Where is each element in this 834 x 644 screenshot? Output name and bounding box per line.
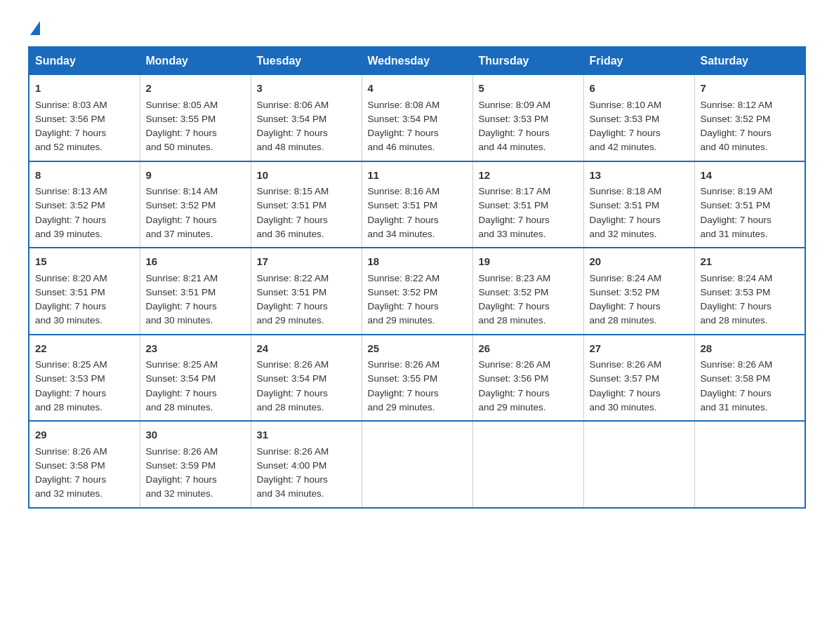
daylight-minutes: and 29 minutes. xyxy=(257,315,324,326)
sunset-label: Sunset: 3:58 PM xyxy=(701,373,771,384)
day-number: 13 xyxy=(590,168,689,184)
calendar-cell: 17Sunrise: 8:22 AMSunset: 3:51 PMDayligh… xyxy=(251,248,362,335)
calendar-cell: 31Sunrise: 8:26 AMSunset: 4:00 PMDayligh… xyxy=(251,421,362,508)
calendar-cell: 28Sunrise: 8:26 AMSunset: 3:58 PMDayligh… xyxy=(694,335,805,422)
daylight-label: Daylight: 7 hours xyxy=(35,474,106,485)
day-number: 3 xyxy=(257,81,356,97)
sunset-label: Sunset: 3:52 PM xyxy=(701,114,771,124)
sunrise-label: Sunrise: 8:12 AM xyxy=(701,100,773,110)
daylight-label: Daylight: 7 hours xyxy=(368,128,439,138)
sunset-label: Sunset: 3:54 PM xyxy=(257,114,327,124)
calendar-cell: 22Sunrise: 8:25 AMSunset: 3:53 PMDayligh… xyxy=(29,335,140,422)
sunset-label: Sunset: 3:56 PM xyxy=(35,114,105,124)
sunrise-label: Sunrise: 8:15 AM xyxy=(257,186,329,196)
calendar-cell xyxy=(362,421,472,508)
sunrise-label: Sunrise: 8:20 AM xyxy=(35,273,107,283)
daylight-label: Daylight: 7 hours xyxy=(257,215,328,225)
calendar-cell: 1Sunrise: 8:03 AMSunset: 3:56 PMDaylight… xyxy=(29,75,140,161)
calendar-body: 1Sunrise: 8:03 AMSunset: 3:56 PMDaylight… xyxy=(29,75,805,508)
day-of-week-header: Thursday xyxy=(472,47,583,75)
sunrise-label: Sunrise: 8:26 AM xyxy=(257,359,329,370)
calendar-table: SundayMondayTuesdayWednesdayThursdayFrid… xyxy=(28,46,806,509)
calendar-week-row: 15Sunrise: 8:20 AMSunset: 3:51 PMDayligh… xyxy=(29,248,805,335)
daylight-label: Daylight: 7 hours xyxy=(257,474,328,485)
calendar-cell: 10Sunrise: 8:15 AMSunset: 3:51 PMDayligh… xyxy=(251,161,362,248)
logo-triangle-icon xyxy=(30,21,40,35)
daylight-label: Daylight: 7 hours xyxy=(590,128,661,138)
calendar-cell: 29Sunrise: 8:26 AMSunset: 3:58 PMDayligh… xyxy=(29,421,140,508)
day-of-week-header: Sunday xyxy=(29,47,140,75)
calendar-cell: 12Sunrise: 8:17 AMSunset: 3:51 PMDayligh… xyxy=(472,161,583,248)
day-number: 19 xyxy=(479,254,578,270)
daylight-minutes: and 29 minutes. xyxy=(368,315,435,326)
calendar-cell: 19Sunrise: 8:23 AMSunset: 3:52 PMDayligh… xyxy=(472,248,583,335)
daylight-minutes: and 30 minutes. xyxy=(35,315,102,326)
sunrise-label: Sunrise: 8:22 AM xyxy=(368,273,440,283)
day-number: 23 xyxy=(146,341,245,357)
sunset-label: Sunset: 3:56 PM xyxy=(479,373,549,384)
daylight-label: Daylight: 7 hours xyxy=(590,388,661,398)
day-number: 28 xyxy=(701,341,800,357)
day-number: 2 xyxy=(146,81,245,97)
daylight-label: Daylight: 7 hours xyxy=(479,301,550,311)
calendar-week-row: 22Sunrise: 8:25 AMSunset: 3:53 PMDayligh… xyxy=(29,335,805,422)
day-number: 11 xyxy=(368,168,467,184)
sunrise-label: Sunrise: 8:24 AM xyxy=(590,273,662,283)
daylight-label: Daylight: 7 hours xyxy=(701,128,772,138)
sunrise-label: Sunrise: 8:08 AM xyxy=(368,100,440,110)
day-number: 1 xyxy=(35,81,134,97)
calendar-cell: 4Sunrise: 8:08 AMSunset: 3:54 PMDaylight… xyxy=(362,75,472,161)
day-number: 27 xyxy=(590,341,689,357)
daylight-label: Daylight: 7 hours xyxy=(479,215,550,225)
daylight-minutes: and 29 minutes. xyxy=(368,402,435,412)
sunrise-label: Sunrise: 8:13 AM xyxy=(35,186,107,196)
sunrise-label: Sunrise: 8:18 AM xyxy=(590,186,662,196)
sunset-label: Sunset: 3:57 PM xyxy=(590,373,660,384)
daylight-label: Daylight: 7 hours xyxy=(35,301,106,311)
sunset-label: Sunset: 3:55 PM xyxy=(368,373,438,384)
day-number: 12 xyxy=(479,168,578,184)
day-number: 9 xyxy=(146,168,245,184)
daylight-label: Daylight: 7 hours xyxy=(590,215,661,225)
day-number: 8 xyxy=(35,168,134,184)
day-number: 25 xyxy=(368,341,467,357)
sunrise-label: Sunrise: 8:19 AM xyxy=(701,186,773,196)
calendar-cell: 14Sunrise: 8:19 AMSunset: 3:51 PMDayligh… xyxy=(694,161,805,248)
calendar-cell: 11Sunrise: 8:16 AMSunset: 3:51 PMDayligh… xyxy=(362,161,472,248)
sunset-label: Sunset: 3:53 PM xyxy=(479,114,549,124)
calendar-week-row: 8Sunrise: 8:13 AMSunset: 3:52 PMDaylight… xyxy=(29,161,805,248)
sunrise-label: Sunrise: 8:03 AM xyxy=(35,100,107,110)
sunrise-label: Sunrise: 8:26 AM xyxy=(590,359,662,370)
calendar-cell xyxy=(472,421,583,508)
calendar-week-row: 29Sunrise: 8:26 AMSunset: 3:58 PMDayligh… xyxy=(29,421,805,508)
sunset-label: Sunset: 3:51 PM xyxy=(701,200,771,210)
daylight-label: Daylight: 7 hours xyxy=(368,388,439,398)
sunrise-label: Sunrise: 8:26 AM xyxy=(701,359,773,370)
sunrise-label: Sunrise: 8:09 AM xyxy=(479,100,551,110)
sunrise-label: Sunrise: 8:21 AM xyxy=(146,273,218,283)
day-number: 10 xyxy=(257,168,356,184)
sunset-label: Sunset: 3:52 PM xyxy=(590,287,660,297)
sunrise-label: Sunrise: 8:24 AM xyxy=(701,273,773,283)
sunset-label: Sunset: 3:52 PM xyxy=(35,200,105,210)
calendar-cell: 23Sunrise: 8:25 AMSunset: 3:54 PMDayligh… xyxy=(140,335,251,422)
day-number: 22 xyxy=(35,341,134,357)
day-number: 5 xyxy=(479,81,578,97)
sunrise-label: Sunrise: 8:26 AM xyxy=(146,446,218,457)
daylight-label: Daylight: 7 hours xyxy=(590,301,661,311)
sunrise-label: Sunrise: 8:23 AM xyxy=(479,273,551,283)
sunset-label: Sunset: 3:53 PM xyxy=(701,287,771,297)
daylight-minutes: and 28 minutes. xyxy=(146,402,213,412)
sunset-label: Sunset: 3:53 PM xyxy=(35,373,105,384)
daylight-minutes: and 34 minutes. xyxy=(368,229,435,239)
daylight-label: Daylight: 7 hours xyxy=(701,215,772,225)
calendar-cell: 15Sunrise: 8:20 AMSunset: 3:51 PMDayligh… xyxy=(29,248,140,335)
sunset-label: Sunset: 3:55 PM xyxy=(146,114,216,124)
calendar-cell xyxy=(583,421,694,508)
calendar-cell: 2Sunrise: 8:05 AMSunset: 3:55 PMDaylight… xyxy=(140,75,251,161)
sunset-label: Sunset: 3:51 PM xyxy=(479,200,549,210)
sunrise-label: Sunrise: 8:05 AM xyxy=(146,100,218,110)
daylight-minutes: and 37 minutes. xyxy=(146,229,213,239)
sunset-label: Sunset: 3:51 PM xyxy=(257,287,327,297)
daylight-label: Daylight: 7 hours xyxy=(257,128,328,138)
